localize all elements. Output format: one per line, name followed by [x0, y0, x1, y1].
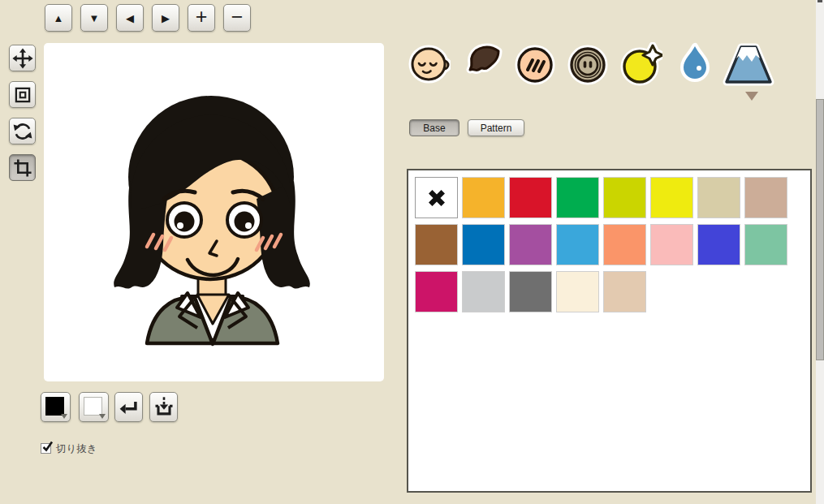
color-swatch[interactable] — [509, 271, 552, 312]
crop-checkbox[interactable] — [41, 443, 51, 454]
color-swatch[interactable] — [415, 224, 458, 265]
color-palette-panel — [407, 169, 812, 493]
color-swatch[interactable] — [603, 224, 646, 265]
background-color-chip — [84, 397, 102, 416]
avatar-canvas[interactable] — [44, 43, 384, 381]
save-download-icon — [153, 396, 175, 419]
tab-base[interactable]: Base — [409, 119, 459, 136]
color-swatch[interactable] — [556, 271, 599, 312]
undo-button[interactable] — [114, 392, 143, 422]
clear-x-icon — [425, 187, 448, 209]
down-triangle-icon: ▼ — [89, 13, 100, 24]
color-swatch[interactable] — [556, 177, 599, 218]
zoom-out-button[interactable]: − — [223, 4, 251, 32]
color-swatch[interactable] — [744, 177, 787, 218]
color-swatch[interactable] — [603, 177, 646, 218]
undo-icon — [118, 396, 140, 419]
avatar-editor-window: ▲ ▼ ◀ ▶ + − — [0, 0, 824, 504]
move-up-button[interactable]: ▲ — [45, 4, 72, 32]
cheek-lines-icon — [514, 42, 556, 86]
frame-tool-button[interactable] — [9, 81, 36, 108]
category-shine[interactable] — [620, 42, 662, 86]
dropdown-arrow-icon — [61, 414, 67, 419]
up-triangle-icon: ▲ — [54, 13, 64, 24]
mountain-icon — [722, 42, 775, 86]
checkmark-icon — [41, 441, 54, 453]
dropdown-arrow-icon — [99, 414, 106, 419]
foreground-color-chip — [45, 397, 64, 416]
move-down-button[interactable]: ▼ — [80, 4, 108, 32]
color-swatch[interactable] — [509, 224, 552, 265]
left-triangle-icon: ◀ — [126, 13, 134, 24]
minus-icon: − — [231, 6, 244, 27]
category-button-part[interactable] — [567, 42, 609, 86]
color-swatch[interactable] — [556, 224, 599, 265]
tab-pattern-label: Pattern — [481, 123, 512, 134]
move-icon — [12, 48, 33, 69]
color-swatch[interactable] — [603, 271, 646, 312]
move-tool-button[interactable] — [9, 45, 36, 71]
crop-tool-button[interactable] — [9, 154, 36, 181]
zoom-in-button[interactable]: + — [188, 4, 215, 32]
tab-pattern[interactable]: Pattern — [468, 119, 524, 136]
crop-checkbox-label: 切り抜き — [56, 442, 97, 456]
color-swatch[interactable] — [462, 271, 505, 312]
foreground-color-button[interactable] — [41, 392, 71, 422]
scrollbar-arrow-fragment — [818, 0, 822, 2]
face-icon — [408, 42, 451, 86]
color-swatch[interactable] — [697, 177, 740, 218]
rotate-icon — [12, 121, 33, 142]
color-swatch[interactable] — [744, 224, 787, 265]
color-swatch[interactable] — [462, 224, 505, 265]
frame-icon — [12, 84, 33, 106]
hair-icon — [461, 42, 503, 86]
shine-ball-icon — [620, 42, 662, 86]
button-part-icon — [567, 42, 609, 86]
color-swatch[interactable] — [462, 177, 505, 218]
move-right-button[interactable]: ▶ — [152, 4, 179, 32]
tab-base-label: Base — [423, 123, 445, 134]
save-button[interactable] — [149, 392, 178, 422]
scrollbar-thumb[interactable] — [816, 99, 824, 360]
category-cheek[interactable] — [514, 42, 556, 86]
water-drop-icon — [674, 42, 716, 86]
crop-icon — [12, 157, 33, 179]
color-palette-grid — [415, 177, 803, 312]
avatar-image — [44, 43, 384, 381]
swatch-none[interactable] — [415, 177, 458, 218]
color-swatch[interactable] — [650, 224, 693, 265]
color-swatch[interactable] — [650, 177, 693, 218]
color-swatch[interactable] — [509, 177, 552, 218]
category-water[interactable] — [674, 42, 716, 86]
plus-icon: + — [196, 6, 208, 27]
more-categories-arrow[interactable] — [745, 92, 758, 101]
color-swatch[interactable] — [697, 224, 740, 265]
move-left-button[interactable]: ◀ — [116, 4, 144, 32]
category-mountain[interactable] — [722, 42, 775, 86]
right-triangle-icon: ▶ — [162, 13, 170, 24]
rotate-tool-button[interactable] — [9, 118, 36, 144]
color-swatch[interactable] — [415, 271, 458, 312]
background-color-button[interactable] — [79, 392, 109, 422]
category-face[interactable] — [408, 42, 451, 86]
category-hair[interactable] — [461, 42, 503, 86]
